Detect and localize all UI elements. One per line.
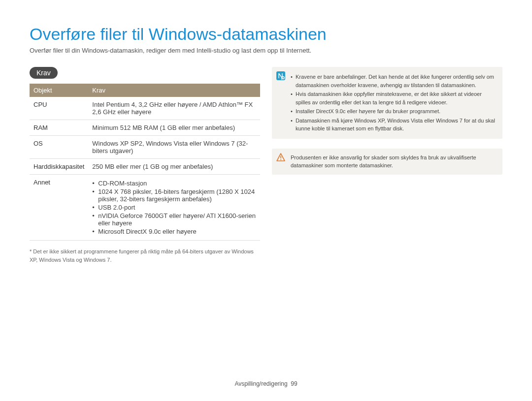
- table-row: OS Windows XP SP2, Windows Vista eller W…: [30, 136, 260, 159]
- footnote: * Det er ikke sikkert at programmene fun…: [30, 247, 260, 264]
- table-row: Annet CD-ROM-stasjon 1024 X 768 piksler,…: [30, 175, 260, 241]
- info-box: Kravene er bare anbefalinger. Det kan he…: [272, 67, 502, 139]
- info-icon: [276, 71, 286, 81]
- table-row: RAM Minimum 512 MB RAM (1 GB eller mer a…: [30, 120, 260, 136]
- left-column: Krav Objekt Krav CPU Intel Pentium 4, 3,…: [30, 67, 260, 264]
- svg-point-4: [280, 159, 281, 160]
- list-item: Microsoft DirectX 9.0c eller høyere: [92, 228, 256, 235]
- table-row: CPU Intel Pentium 4, 3,2 GHz eller høyer…: [30, 97, 260, 120]
- cell-object: Annet: [30, 175, 88, 241]
- right-column: Kravene er bare anbefalinger. Det kan he…: [272, 67, 502, 264]
- cell-req: Minimum 512 MB RAM (1 GB eller mer anbef…: [88, 120, 260, 136]
- warning-icon: [276, 153, 286, 162]
- section-pill: Krav: [30, 67, 58, 79]
- list-item: nVIDIA Geforce 7600GT eller høyere/ ATI …: [92, 212, 256, 227]
- table-row: Harddiskkapasitet 250 MB eller mer (1 GB…: [30, 159, 260, 175]
- list-item: Installer DirectX 9.0c eller høyere før …: [291, 107, 498, 116]
- cell-object: RAM: [30, 120, 88, 136]
- requirements-table: Objekt Krav CPU Intel Pentium 4, 3,2 GHz…: [30, 84, 260, 241]
- table-header-req: Krav: [88, 84, 260, 97]
- footer-page-number: 99: [291, 380, 297, 387]
- list-item: 1024 X 768 piksler, 16-biters fargeskjer…: [92, 188, 256, 203]
- cell-object: CPU: [30, 97, 88, 120]
- table-header-object: Objekt: [30, 84, 88, 97]
- cell-req: CD-ROM-stasjon 1024 X 768 piksler, 16-bi…: [88, 175, 260, 241]
- intro-text: Overfør filer til din Windows-datamaskin…: [30, 47, 502, 54]
- cell-req: 250 MB eller mer (1 GB og mer anbefales): [88, 159, 260, 175]
- page-title: Overføre filer til Windows-datamaskinen: [30, 25, 502, 44]
- footer-section: Avspilling/redigering: [234, 380, 287, 387]
- list-item: CD-ROM-stasjon: [92, 180, 256, 187]
- list-item: Kravene er bare anbefalinger. Det kan he…: [291, 73, 498, 89]
- cell-object: Harddiskkapasitet: [30, 159, 88, 175]
- list-item: USB 2.0-port: [92, 204, 256, 211]
- cell-req: Windows XP SP2, Windows Vista eller Wind…: [88, 136, 260, 159]
- cell-object: OS: [30, 136, 88, 159]
- cell-req: Intel Pentium 4, 3,2 GHz eller høyere / …: [88, 97, 260, 120]
- warning-box: Produsenten er ikke ansvarlig for skader…: [272, 149, 502, 175]
- page-footer: Avspilling/redigering 99: [0, 380, 532, 387]
- list-item: Datamaskinen må kjøre Windows XP, Window…: [291, 117, 498, 133]
- list-item: Hvis datamaskinen ikke oppfyller minstek…: [291, 90, 498, 106]
- warning-text: Produsenten er ikke ansvarlig for skader…: [291, 154, 476, 169]
